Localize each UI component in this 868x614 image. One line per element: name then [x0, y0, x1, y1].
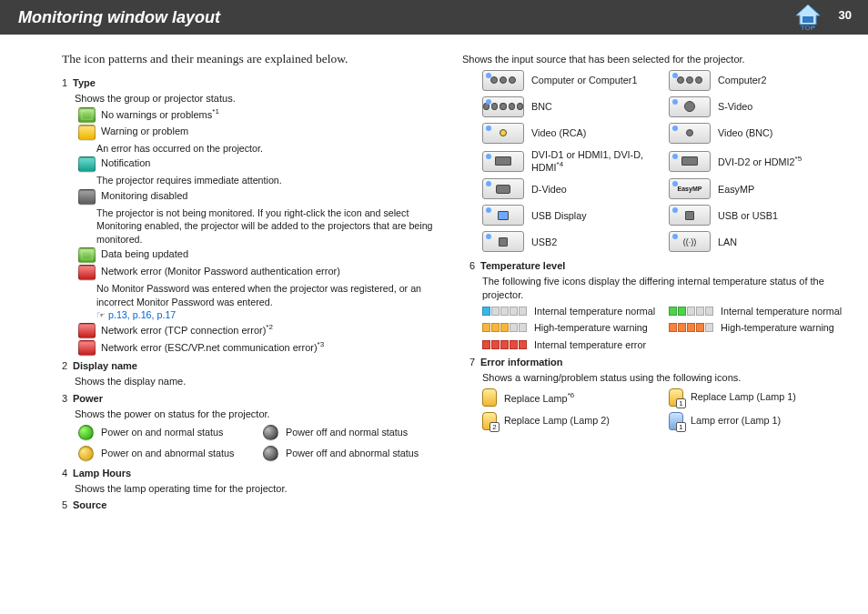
power-grid: Power on and normal status Power off and…: [78, 425, 435, 461]
item-label: D-Video: [531, 184, 567, 195]
item-label: Lamp error (Lamp 1): [691, 415, 781, 426]
list-item: Computer2: [669, 70, 843, 91]
section-desc: Shows the display name.: [75, 375, 435, 388]
section-heading: Error information: [480, 356, 562, 369]
list-item: Computer or Computer1: [482, 70, 656, 91]
power-off-abnormal-icon: [263, 446, 278, 461]
list-item: Notification: [78, 156, 435, 172]
list-item: Power on and normal status: [78, 425, 250, 440]
right-column: Shows the input source that has been sel…: [462, 51, 843, 512]
list-item: ((·))LAN: [669, 231, 843, 252]
status-neterr-icon: [78, 265, 96, 280]
section-heading: Lamp Hours: [73, 467, 131, 480]
list-item: Lamp error (Lamp 1): [669, 412, 843, 430]
page: Monitoring window layout TOP 30 The icon…: [0, 0, 868, 614]
src-video-bnc-icon: [669, 123, 711, 144]
list-item: High-temperature warning: [669, 322, 843, 333]
section-desc: Shows the group or projector status.: [75, 92, 435, 106]
item-label: Power on and abnormal status: [101, 448, 234, 458]
item-label: USB Display: [531, 210, 587, 221]
item-note: The projector is not being monitored. If…: [96, 206, 435, 246]
item-label: Network error (Monitor Password authenti…: [101, 265, 435, 278]
item-label: USB2: [531, 237, 557, 247]
list-item: USB2: [482, 231, 656, 252]
svg-rect-1: [802, 16, 813, 23]
title-bar: Monitoring window layout TOP 30: [0, 0, 868, 35]
lamp-replace-icon: [482, 388, 497, 407]
item-label: Internal temperature normal: [721, 306, 842, 317]
section-heading: Power: [73, 392, 103, 406]
list-item: USB or USB1: [669, 205, 843, 226]
list-item: Network error (TCP connection error)*2: [78, 323, 435, 338]
left-column: The icon patterns and their meanings are…: [55, 51, 435, 512]
type-items: Network error (TCP connection error)*2 N…: [78, 323, 435, 356]
temp-level3-icon: [482, 323, 527, 332]
src-computer2-icon: [669, 70, 711, 91]
power-on-abnormal-icon: [78, 446, 94, 461]
item-label: BNC: [531, 101, 552, 112]
list-item: Internal temperature normal: [482, 306, 656, 317]
item-label: Warning or problem: [101, 125, 435, 138]
item-label: No warnings or problems*1: [101, 107, 435, 122]
item-note: No Monitor Password was entered when the…: [96, 282, 435, 321]
item-label: Replace Lamp (Lamp 2): [504, 415, 610, 426]
section-lamp-hours: 4 Lamp Hours: [55, 467, 435, 480]
item-label: USB or USB1: [718, 210, 778, 221]
list-item: Network error (ESC/VP.net communication …: [78, 340, 435, 356]
list-item: DVI-D1 or HDMI1, DVI-D, HDMI*4: [482, 149, 656, 173]
list-item: BNC: [482, 96, 656, 117]
pointer-icon: ☞: [96, 309, 108, 320]
list-item: D-Video: [482, 178, 656, 199]
list-item: Data being updated: [78, 247, 435, 263]
item-label: Computer2: [718, 75, 766, 86]
type-items: Monitoring disabled: [78, 189, 435, 205]
item-label: Computer or Computer1: [531, 75, 637, 86]
src-svideo-icon: [669, 96, 711, 117]
src-dvideo-icon: [482, 178, 524, 199]
lamp-replace1-icon: [669, 388, 683, 407]
src-dvi1-icon: [482, 151, 524, 172]
src-video-rca-icon: [482, 123, 524, 144]
status-update-icon: [78, 247, 96, 263]
list-item: Internal temperature normal: [669, 306, 843, 317]
section-number: 5: [55, 498, 73, 512]
list-item: Replace Lamp*6: [482, 388, 656, 407]
section-number: 3: [55, 392, 73, 406]
src-lan-icon: ((·)): [669, 231, 711, 252]
section-desc: Shows a warning/problem status using the…: [482, 371, 843, 385]
type-items: Data being updated Network error (Monito…: [78, 247, 435, 280]
list-item: Power on and abnormal status: [78, 446, 250, 461]
intro-text: The icon patterns and their meanings are…: [62, 51, 435, 67]
type-items: No warnings or problems*1 Warning or pro…: [78, 107, 435, 140]
src-computer1-icon: [482, 70, 524, 91]
section-number: 6: [462, 259, 480, 273]
power-off-normal-icon: [263, 425, 278, 440]
status-disabled-icon: [78, 189, 96, 205]
item-label: Internal temperature normal: [534, 306, 655, 317]
temp-level1-icon: [482, 307, 527, 316]
item-label: Replace Lamp*6: [504, 391, 574, 404]
item-label: Monitoring disabled: [101, 189, 435, 203]
src-dvi2-icon: [669, 151, 711, 172]
item-label: Video (BNC): [718, 127, 772, 138]
src-bnc-icon: [482, 96, 524, 117]
section-desc: Shows the power on status for the projec…: [75, 408, 435, 421]
page-links[interactable]: p.13, p.16, p.17: [108, 309, 176, 320]
type-items: Notification: [78, 156, 435, 172]
src-usbdisp-icon: [482, 205, 524, 226]
list-item: Video (RCA): [482, 123, 656, 144]
item-label: Power off and abnormal status: [286, 448, 419, 458]
item-label: Internal temperature error: [534, 339, 646, 350]
list-item: Power off and abnormal status: [263, 446, 435, 461]
item-label: EasyMP: [718, 184, 754, 195]
lamp-error1-icon: [669, 412, 683, 430]
src-usb1-icon: [669, 205, 711, 226]
source-grid: Computer or Computer1 Computer2 BNC S-Vi…: [482, 70, 843, 252]
top-icon[interactable]: TOP: [792, 1, 824, 32]
section-desc: The following five icons display the dif…: [482, 275, 843, 302]
item-label: DVI-D1 or HDMI1, DVI-D, HDMI*4: [531, 149, 656, 173]
item-label: S-Video: [718, 101, 752, 112]
section-heading: Display name: [73, 359, 137, 373]
list-item: DVI-D2 or HDMI2*5: [669, 149, 843, 173]
page-title: Monitoring window layout: [18, 8, 220, 27]
